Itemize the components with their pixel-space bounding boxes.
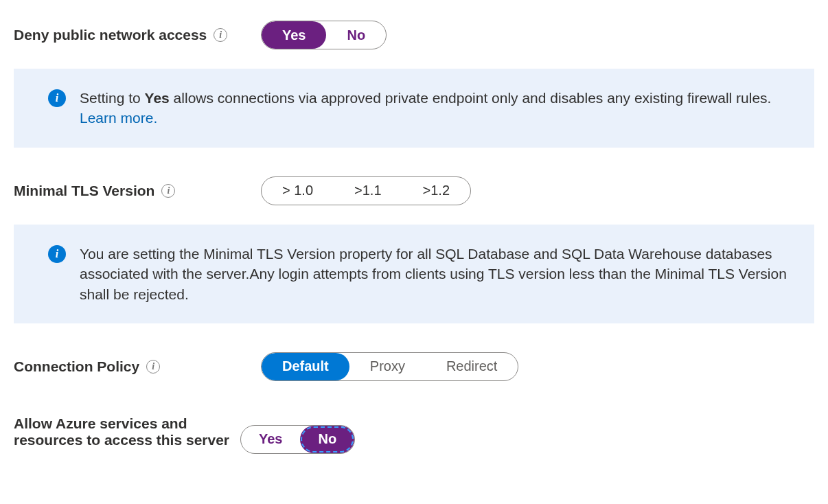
- info-deny-link[interactable]: Learn more.: [80, 110, 157, 126]
- tls-toggle: > 1.0 >1.1 >1.2: [261, 176, 471, 205]
- connection-policy-label-col: Connection Policy i: [14, 358, 261, 375]
- deny-public-label: Deny public network access: [14, 27, 207, 43]
- allow-azure-label: Allow Azure services and resources to ac…: [14, 415, 240, 448]
- deny-public-info-text: Setting to Yes allows connections via ap…: [80, 88, 792, 128]
- tls-row: Minimal TLS Version i > 1.0 >1.1 >1.2: [14, 176, 814, 205]
- info-deny-bold: Yes: [145, 90, 170, 106]
- tls-label-col: Minimal TLS Version i: [14, 183, 261, 199]
- info-deny-prefix: Setting to: [80, 90, 145, 106]
- connection-policy-row: Connection Policy i Default Proxy Redire…: [14, 352, 814, 381]
- allow-azure-no[interactable]: No: [300, 426, 354, 453]
- tls-option-12[interactable]: >1.2: [402, 177, 470, 205]
- connection-policy-default[interactable]: Default: [262, 353, 349, 380]
- deny-public-info-box: i Setting to Yes allows connections via …: [14, 69, 814, 148]
- info-icon[interactable]: i: [161, 184, 175, 198]
- allow-azure-yes[interactable]: Yes: [241, 426, 300, 453]
- connection-policy-redirect[interactable]: Redirect: [426, 353, 518, 380]
- connection-policy-proxy[interactable]: Proxy: [349, 353, 426, 380]
- allow-azure-label-col: Allow Azure services and resources to ac…: [14, 415, 240, 448]
- info-deny-suffix: allows connections via approved private …: [170, 90, 772, 106]
- info-badge-icon: i: [48, 89, 66, 107]
- info-badge-icon: i: [48, 245, 66, 263]
- deny-public-label-col: Deny public network access i: [14, 27, 261, 43]
- tls-info-box: i You are setting the Minimal TLS Versio…: [14, 225, 814, 323]
- allow-azure-row: Allow Azure services and resources to ac…: [14, 415, 814, 454]
- tls-option-11[interactable]: >1.1: [334, 177, 402, 205]
- tls-info-text: You are setting the Minimal TLS Version …: [80, 244, 792, 304]
- tls-option-10[interactable]: > 1.0: [262, 177, 334, 205]
- info-icon[interactable]: i: [214, 28, 227, 42]
- connection-policy-label: Connection Policy: [14, 358, 139, 375]
- deny-public-toggle: Yes No: [261, 21, 387, 49]
- deny-public-row: Deny public network access i Yes No: [14, 21, 814, 49]
- tls-label: Minimal TLS Version: [14, 183, 154, 199]
- allow-azure-toggle: Yes No: [240, 425, 355, 454]
- connection-policy-toggle: Default Proxy Redirect: [261, 352, 518, 381]
- info-icon[interactable]: i: [146, 360, 160, 374]
- deny-public-no[interactable]: No: [326, 21, 386, 49]
- deny-public-yes[interactable]: Yes: [262, 21, 326, 49]
